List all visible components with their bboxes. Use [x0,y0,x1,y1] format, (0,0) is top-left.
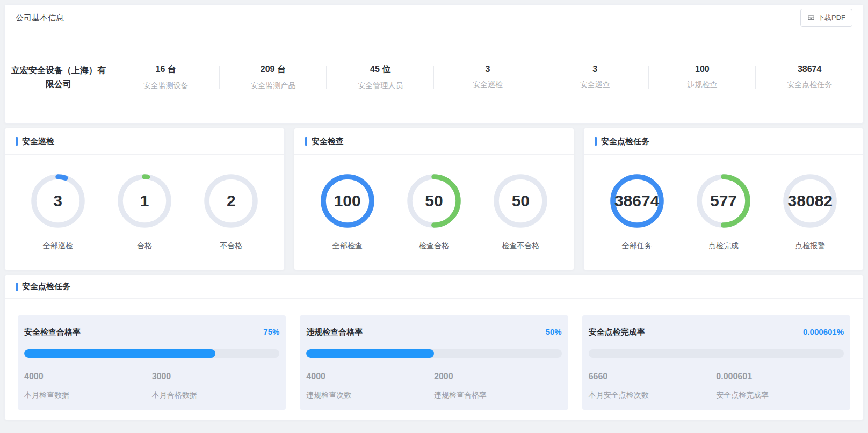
progress-stat-value: 4000 [306,372,434,381]
panel-body: 38674 全部任务 577 点检完成 [584,155,863,270]
stat-safety-managers: 45 位 安全管理人员 [327,64,434,91]
stat-safety-inspection-tour: 3 安全巡查 [541,64,649,90]
progress-stat: 6660 本月安全点检次数 [589,372,717,400]
progress-bar-track [589,349,844,358]
company-name-col: 立宏安全设备（上海）有限公司 [5,63,112,91]
gauge-ring: 577 [697,174,750,228]
progress-stat-value: 4000 [24,372,152,381]
panel-body: 3 全部巡检 1 合格 [5,155,284,270]
download-icon [807,14,815,21]
progress-row: 安全检查合格率 75% 4000 本月检查数据 3000 本月合格数据 [5,299,863,420]
stat-value: 3 [547,64,643,74]
stat-label: 安全点检任务 [761,80,858,90]
progress-section-card: 安全点检任务 安全检查合格率 75% 4000 本月检查数据 3000 [4,275,864,420]
gauge-value: 577 [697,174,750,228]
accent-bar [16,137,18,146]
progress-card-completion-rate: 安全点检完成率 0.000601% 6660 本月安全点检次数 0.000601… [582,315,850,410]
progress-bar-track [24,349,279,358]
gauge-completed: 577 点检完成 [697,174,750,251]
stat-label: 安全巡查 [547,80,643,90]
progress-section-title: 安全点检任务 [22,282,70,292]
stat-value: 209 台 [225,64,322,75]
progress-card-stats: 4000 违规检查次数 2000 违规检查合格率 [306,372,561,400]
company-info-title: 公司基本信息 [16,13,64,23]
download-pdf-label: 下载PDF [818,13,845,23]
progress-bar-fill [306,349,434,358]
progress-stat-label: 违规检查合格率 [434,391,562,400]
progress-stat-value: 0.000601 [716,372,844,381]
gauge-ring: 3 [31,174,85,228]
progress-stat: 0.000601 安全点检完成率 [716,372,844,400]
gauge-qualified: 1 合格 [118,174,171,251]
progress-card-title: 安全检查合格率 [24,327,81,337]
gauge-all-checks: 100 全部检查 [321,174,374,251]
gauge-ring: 2 [204,174,258,228]
progress-card-top: 安全检查合格率 75% [24,327,279,337]
gauge-label: 检查不合格 [502,241,539,251]
stat-label: 安全巡检 [439,80,536,90]
gauge-unqualified: 2 不合格 [204,174,258,251]
panel-title: 安全巡检 [22,136,54,147]
download-pdf-button[interactable]: 下载PDF [800,9,852,27]
panel-body: 100 全部检查 50 检查合格 [294,155,574,270]
progress-card-percent: 0.000601% [803,327,844,336]
panel-safety-patrol: 安全巡检 3 全部巡检 [4,128,285,270]
panel-title: 安全检查 [312,136,344,147]
stat-value: 16 台 [118,64,214,75]
progress-card-stats: 6660 本月安全点检次数 0.000601 安全点检完成率 [589,372,844,400]
gauge-ring: 38674 [610,174,664,228]
gauge-alarms: 38082 点检报警 [783,174,837,251]
progress-stat-label: 违规检查次数 [306,391,434,400]
gauge-label: 全部检查 [332,241,363,251]
gauge-label: 合格 [137,241,152,251]
gauge-ring: 100 [321,174,374,228]
gauge-value: 1 [118,174,171,228]
dashboard-page: 公司基本信息 下载PDF 立宏安全设备（上海）有限公司 16 台 安全监测 [0,0,868,433]
panel-safety-check: 安全检查 100 全部检查 [294,128,574,270]
progress-card-title: 安全点检完成率 [589,327,645,337]
stat-label: 安全监测产品 [225,81,322,91]
gauge-ring: 50 [494,174,547,228]
gauge-all-tasks: 38674 全部任务 [610,174,664,251]
progress-stat: 4000 本月检查数据 [24,372,152,400]
progress-card-top: 安全点检完成率 0.000601% [589,327,844,337]
gauge-value: 2 [204,174,258,228]
gauge-label: 点检完成 [708,241,739,251]
stat-label: 违规检查 [654,80,751,90]
progress-card-check-pass-rate: 安全检查合格率 75% 4000 本月检查数据 3000 本月合格数据 [18,315,286,410]
panel-header: 安全点检任务 [584,128,863,155]
company-info-header: 公司基本信息 下载PDF [5,5,863,31]
progress-stat-label: 本月合格数据 [152,391,280,400]
gauge-value: 38674 [610,174,664,228]
progress-section-header: 安全点检任务 [5,275,863,299]
progress-card-percent: 75% [263,327,279,336]
progress-bar-track [306,349,561,358]
progress-card-title: 违规检查合格率 [306,327,363,337]
accent-bar [595,137,597,146]
stat-value: 100 [654,64,751,74]
stat-value: 45 位 [332,64,429,75]
stat-violation-checks: 100 违规检查 [649,64,756,90]
stat-monitor-products: 209 台 安全监测产品 [220,64,327,91]
progress-stat-label: 安全点检完成率 [716,391,844,400]
progress-stat-label: 本月检查数据 [24,391,152,400]
progress-stat-value: 2000 [434,372,562,381]
progress-stat-value: 3000 [152,372,280,381]
company-info-card: 公司基本信息 下载PDF 立宏安全设备（上海）有限公司 16 台 安全监测 [4,4,864,124]
stat-spot-check-tasks: 38674 安全点检任务 [756,64,863,90]
gauge-check-unqualified: 50 检查不合格 [494,174,547,251]
panel-header: 安全检查 [294,128,574,155]
gauge-value: 50 [494,174,547,228]
accent-bar [16,283,18,291]
gauge-label: 全部巡检 [43,241,73,251]
gauge-value: 3 [31,174,85,228]
panel-header: 安全巡检 [5,128,284,155]
stat-value: 3 [439,64,536,74]
progress-stat: 3000 本月合格数据 [152,372,280,400]
progress-stat-value: 6660 [589,372,717,381]
progress-card-violation-pass-rate: 违规检查合格率 50% 4000 违规检查次数 2000 违规检查合格率 [300,315,568,410]
accent-bar [305,137,307,146]
gauge-ring: 50 [407,174,461,228]
company-name: 立宏安全设备（上海）有限公司 [10,63,107,91]
gauge-label: 不合格 [220,241,242,251]
